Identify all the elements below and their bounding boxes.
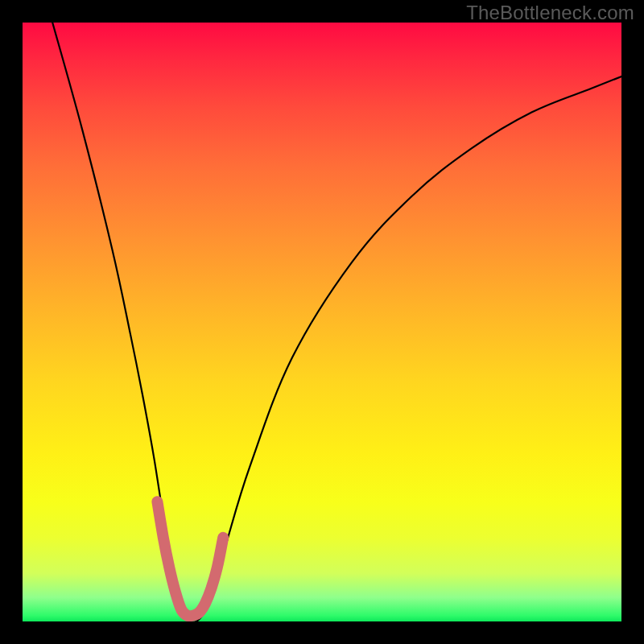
watermark-text: TheBottleneck.com: [466, 2, 634, 24]
valley-marker-path: [157, 502, 223, 616]
plot-area: [23, 23, 621, 621]
bottleneck-curve-path: [52, 23, 621, 621]
chart-svg: [23, 23, 621, 621]
chart-frame: TheBottleneck.com: [0, 0, 644, 644]
